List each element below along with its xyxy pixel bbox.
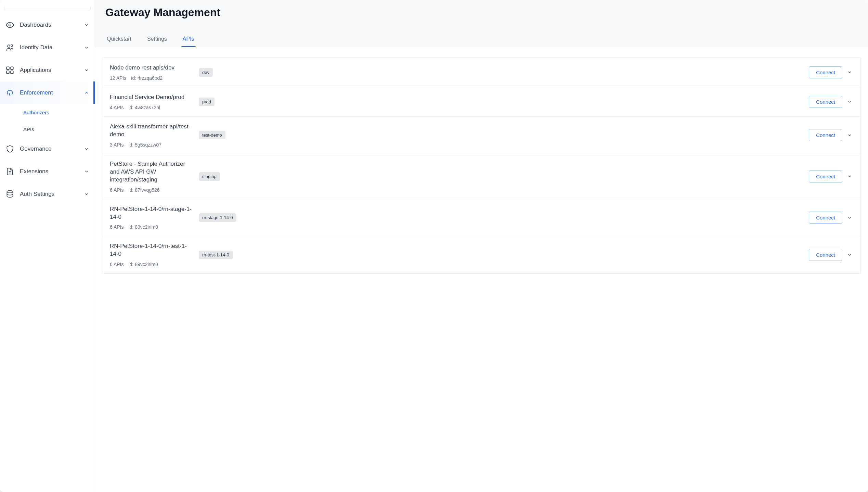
sidebar-item-authsettings[interactable]: Auth Settings	[0, 183, 95, 205]
api-badge-wrap: dev	[199, 68, 809, 77]
sidebar-item-label: Auth Settings	[20, 191, 78, 198]
row-expand-toggle[interactable]	[846, 98, 853, 105]
connect-button[interactable]: Connect	[809, 249, 842, 261]
api-id: id: 5g5sqzzw07	[128, 142, 161, 148]
sidebar-item-label: Applications	[20, 67, 78, 74]
api-row: RN-PetStore-1-14-0/rn-stage-1-14-06 APIs…	[103, 199, 860, 236]
svg-point-0	[9, 24, 11, 26]
api-meta: 12 APIsid: 4rzzqa6pd2	[110, 75, 193, 81]
sidebar-item-label: Enforcement	[20, 89, 78, 96]
connect-button[interactable]: Connect	[809, 171, 842, 182]
api-title: RN-PetStore-1-14-0/rn-stage-1-14-0	[110, 205, 193, 221]
connect-button[interactable]: Connect	[809, 66, 842, 78]
api-actions: Connect	[809, 212, 853, 224]
connect-button[interactable]: Connect	[809, 129, 842, 141]
row-expand-toggle[interactable]	[846, 251, 853, 258]
sidebar-item-identity[interactable]: Identity Data	[0, 36, 95, 59]
api-list: Node demo rest apis/dev12 APIsid: 4rzzqa…	[95, 47, 868, 492]
api-count: 12 APIs	[110, 75, 126, 81]
api-badge-wrap: prod	[199, 98, 809, 106]
api-count: 6 APIs	[110, 187, 124, 193]
chevron-down-icon	[84, 67, 89, 73]
svg-point-2	[11, 45, 13, 47]
tab-quickstart[interactable]: Quickstart	[105, 33, 133, 47]
api-title: PetStore - Sample Authorizer and AWS API…	[110, 160, 193, 184]
sidebar-submenu-enforcement: AuthorizersAPIs	[0, 104, 95, 138]
sidebar-subitem-authorizers[interactable]: Authorizers	[21, 104, 95, 121]
svg-rect-5	[7, 71, 9, 74]
api-row-info: Financial Service Demo/prod4 APIsid: 4w8…	[110, 93, 199, 110]
tab-bar: QuickstartSettingsAPIs	[95, 33, 868, 47]
api-meta: 6 APIsid: 89vc2irim0	[110, 262, 193, 267]
svg-point-1	[8, 45, 10, 47]
api-row: Alexa-skill-transformer-api/test-demo3 A…	[103, 116, 860, 154]
tab-settings[interactable]: Settings	[146, 33, 168, 47]
api-meta: 6 APIsid: 89vc2irim0	[110, 224, 193, 230]
api-row-info: Alexa-skill-transformer-api/test-demo3 A…	[110, 123, 199, 148]
api-meta: 6 APIsid: 87fvvqg526	[110, 187, 193, 193]
connect-button[interactable]: Connect	[809, 96, 842, 108]
api-row: Financial Service Demo/prod4 APIsid: 4w8…	[103, 87, 860, 116]
sidebar-item-governance[interactable]: Governance	[0, 138, 95, 160]
chevron-down-icon	[84, 22, 89, 28]
shield-icon	[5, 144, 14, 153]
sidebar-item-extensions[interactable]: Extensions	[0, 160, 95, 183]
api-actions: Connect	[809, 96, 853, 108]
stage-badge: test-demo	[199, 131, 225, 139]
apps-icon	[5, 66, 14, 75]
api-row: Node demo rest apis/dev12 APIsid: 4rzzqa…	[103, 58, 860, 87]
row-expand-toggle[interactable]	[846, 173, 853, 180]
chevron-down-icon	[84, 191, 89, 197]
database-icon	[5, 190, 14, 199]
api-actions: Connect	[809, 249, 853, 261]
api-id: id: 4rzzqa6pd2	[131, 75, 163, 81]
enforcement-icon	[5, 88, 14, 97]
chevron-down-icon	[84, 45, 89, 50]
api-badge-wrap: test-demo	[199, 131, 809, 139]
api-count: 6 APIs	[110, 224, 124, 230]
chevron-down-icon	[84, 146, 89, 152]
api-badge-wrap: staging	[199, 172, 809, 181]
connect-button[interactable]: Connect	[809, 212, 842, 224]
page-title: Gateway Management	[95, 0, 868, 33]
api-row-info: RN-PetStore-1-14-0/rn-test-1-14-06 APIsi…	[110, 242, 199, 267]
sidebar-item-label: Dashboards	[20, 22, 78, 28]
sidebar-item-applications[interactable]: Applications	[0, 59, 95, 81]
api-actions: Connect	[809, 171, 853, 182]
api-count: 4 APIs	[110, 105, 124, 110]
sidebar: DashboardsIdentity DataApplicationsEnfor…	[0, 0, 95, 492]
svg-rect-3	[7, 67, 9, 70]
api-count: 6 APIs	[110, 262, 124, 267]
svg-rect-4	[11, 67, 13, 70]
chevron-down-icon	[84, 169, 89, 174]
stage-badge: prod	[199, 98, 215, 106]
row-expand-toggle[interactable]	[846, 131, 853, 139]
api-title: Node demo rest apis/dev	[110, 64, 193, 72]
sidebar-item-label: Identity Data	[20, 44, 78, 51]
row-expand-toggle[interactable]	[846, 68, 853, 76]
api-badge-wrap: rn-test-1-14-0	[199, 251, 809, 259]
chevron-up-icon	[84, 90, 89, 96]
sidebar-item-label: Extensions	[20, 168, 78, 175]
api-id: id: 89vc2irim0	[128, 224, 158, 230]
search-box-partial[interactable]	[4, 7, 91, 10]
api-row: RN-PetStore-1-14-0/rn-test-1-14-06 APIsi…	[103, 236, 860, 274]
row-expand-toggle[interactable]	[846, 214, 853, 222]
api-count: 3 APIs	[110, 142, 124, 148]
sidebar-subitem-apis[interactable]: APIs	[21, 121, 95, 138]
eye-icon	[5, 21, 14, 29]
api-title: RN-PetStore-1-14-0/rn-test-1-14-0	[110, 242, 193, 258]
stage-badge: staging	[199, 172, 220, 181]
sidebar-item-enforcement[interactable]: Enforcement	[0, 81, 95, 104]
api-actions: Connect	[809, 129, 853, 141]
api-row-info: RN-PetStore-1-14-0/rn-stage-1-14-06 APIs…	[110, 205, 199, 230]
sidebar-item-dashboards[interactable]: Dashboards	[0, 14, 95, 36]
api-row: PetStore - Sample Authorizer and AWS API…	[103, 154, 860, 199]
api-actions: Connect	[809, 66, 853, 78]
tab-apis[interactable]: APIs	[181, 33, 196, 47]
svg-rect-6	[11, 71, 13, 74]
api-row-info: Node demo rest apis/dev12 APIsid: 4rzzqa…	[110, 64, 199, 81]
identity-icon	[5, 43, 14, 52]
api-meta: 4 APIsid: 4w8zas72hl	[110, 105, 193, 110]
api-row-info: PetStore - Sample Authorizer and AWS API…	[110, 160, 199, 193]
